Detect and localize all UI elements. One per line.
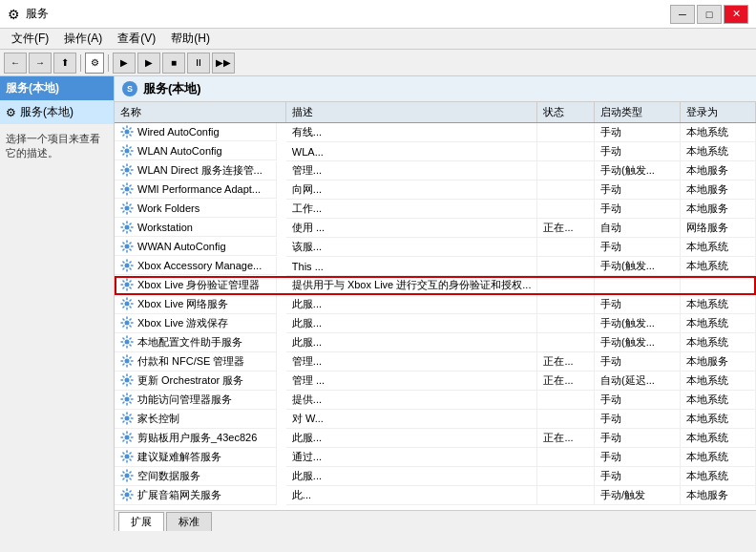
service-startup-cell: 手动	[595, 200, 680, 219]
svg-point-14	[125, 397, 130, 402]
minimize-button[interactable]: ─	[670, 5, 695, 24]
table-row[interactable]: 付款和 NFC/SE 管理器管理...正在...手动本地服务	[115, 352, 756, 372]
service-name-cell: 家长控制	[115, 410, 277, 429]
table-row[interactable]: 更新 Orchestrator 服务管理 ...正在...自动(延迟...本地系…	[115, 372, 756, 391]
service-name-cell: 空间数据服务	[115, 467, 277, 486]
service-status-cell	[537, 276, 595, 295]
menu-help[interactable]: 帮助(H)	[163, 29, 218, 49]
service-desc-cell: 此服...	[286, 467, 537, 486]
tab-extended[interactable]: 扩展	[118, 512, 164, 531]
title-bar-text: 服务	[26, 6, 49, 22]
table-row[interactable]: Xbox Live 网络服务此服...手动本地系统	[115, 295, 756, 314]
service-name-text: 更新 Orchestrator 服务	[137, 373, 243, 388]
table-row[interactable]: Wired AutoConfig有线...手动本地系统	[115, 123, 756, 142]
svg-point-0	[125, 130, 130, 135]
col-logon[interactable]: 登录为	[680, 102, 755, 123]
menu-bar: 文件(F) 操作(A) 查看(V) 帮助(H)	[0, 29, 756, 50]
table-row[interactable]: Xbox Accessory Manage...This ...手动(触发...…	[115, 257, 756, 276]
service-name-cell: Xbox Live 网络服务	[115, 295, 277, 314]
toolbar-up[interactable]: ⬆	[53, 53, 76, 74]
svg-point-18	[125, 474, 130, 478]
table-row[interactable]: WWAN AutoConfig该服...手动本地系统	[115, 238, 756, 257]
menu-file[interactable]: 文件(F)	[4, 29, 56, 49]
table-row[interactable]: 建议疑难解答服务通过...手动本地系统	[115, 448, 756, 467]
svg-point-12	[125, 359, 130, 364]
col-desc[interactable]: 描述	[286, 102, 537, 123]
table-row[interactable]: Xbox Live 游戏保存此服...手动(触发...本地系统	[115, 314, 756, 333]
toolbar-back[interactable]: ←	[4, 53, 27, 74]
toolbar-forward[interactable]: →	[29, 53, 52, 74]
service-status-cell	[537, 448, 595, 467]
service-name-text: 剪贴板用户服务_43ec826	[137, 431, 257, 445]
table-row[interactable]: 功能访问管理器服务提供...手动本地系统	[115, 391, 756, 410]
svg-point-7	[125, 263, 130, 267]
service-icon	[120, 144, 134, 158]
service-desc-cell: 此服...	[286, 429, 537, 448]
table-row[interactable]: 空间数据服务此服...手动本地系统	[115, 467, 756, 486]
col-status[interactable]: 状态	[537, 102, 595, 123]
service-name-text: 建议疑难解答服务	[137, 450, 221, 464]
table-row[interactable]: 扩展音箱网关服务此...手动/触发本地服务	[115, 486, 756, 505]
toolbar-stop[interactable]: ■	[162, 53, 185, 74]
svg-point-19	[125, 493, 130, 498]
service-desc-cell: 此服...	[286, 295, 537, 314]
service-name-text: Workstation	[137, 222, 193, 233]
service-name-text: Work Folders	[137, 202, 200, 214]
toolbar-restart[interactable]: ▶▶	[212, 53, 235, 74]
service-name-cell: WLAN Direct 服务连接管...	[115, 161, 277, 180]
services-table-container[interactable]: 名称 描述 状态 启动类型 登录为 Wired AutoConfig有线...手…	[115, 102, 756, 510]
service-desc-cell: 此服...	[286, 333, 537, 352]
service-logon-cell: 本地系统	[680, 295, 755, 314]
service-desc-cell: 工作...	[286, 200, 537, 219]
service-icon	[120, 125, 134, 138]
service-logon-cell	[680, 276, 755, 295]
svg-point-3	[125, 186, 130, 191]
service-desc-cell: 提供...	[286, 391, 537, 410]
service-desc-cell: 此...	[286, 486, 537, 505]
menu-action[interactable]: 操作(A)	[56, 29, 110, 49]
title-bar-controls: ─ □ ✕	[670, 5, 748, 24]
table-row[interactable]: Work Folders工作...手动本地服务	[115, 200, 756, 219]
svg-point-16	[125, 435, 130, 440]
service-status-cell	[537, 391, 595, 410]
service-name-cell: WMI Performance Adapt...	[115, 180, 277, 199]
maximize-button[interactable]: □	[697, 5, 722, 24]
left-panel-item-label: 服务(本地)	[20, 104, 74, 120]
table-row[interactable]: WLAN AutoConfigWLA...手动本地系统	[115, 142, 756, 161]
toolbar-play[interactable]: ▶	[113, 53, 136, 74]
table-row[interactable]: 本地配置文件助手服务此服...手动(触发...本地系统	[115, 333, 756, 352]
service-desc-cell: WLA...	[286, 142, 537, 161]
toolbar-play2[interactable]: ▶	[137, 53, 160, 74]
service-logon-cell: 本地系统	[680, 391, 755, 410]
table-row[interactable]: WLAN Direct 服务连接管...管理...手动(触发...本地服务	[115, 161, 756, 180]
service-startup-cell: 手动	[595, 142, 680, 161]
toolbar-btn-action1[interactable]: ⚙	[85, 53, 104, 74]
service-name-text: Xbox Live 网络服务	[137, 297, 228, 311]
service-name-text: WLAN AutoConfig	[137, 145, 222, 157]
menu-view[interactable]: 查看(V)	[110, 29, 163, 49]
service-logon-cell: 本地系统	[680, 333, 755, 352]
left-panel-header: 服务(本地)	[0, 76, 114, 100]
close-button[interactable]: ✕	[724, 5, 748, 24]
toolbar-pause[interactable]: ⏸	[187, 53, 210, 74]
col-name[interactable]: 名称	[115, 102, 286, 123]
service-startup-cell: 手动(触发...	[595, 161, 680, 180]
service-startup-cell: 手动(触发...	[595, 257, 680, 276]
table-row[interactable]: WMI Performance Adapt...向网...手动本地服务	[115, 180, 756, 200]
service-name-text: WLAN Direct 服务连接管...	[137, 163, 262, 178]
service-name-text: 功能访问管理器服务	[137, 393, 232, 407]
table-row[interactable]: 家长控制对 W...手动本地系统	[115, 410, 756, 429]
services-header-title: 服务(本地)	[143, 80, 201, 97]
table-row[interactable]: Workstation使用 ...正在...自动网络服务	[115, 219, 756, 238]
service-name-cell: 剪贴板用户服务_43ec826	[115, 429, 277, 448]
svg-point-11	[125, 340, 130, 345]
left-panel-item-local[interactable]: ⚙ 服务(本地)	[0, 100, 114, 124]
service-startup-cell: 手动/触发	[595, 486, 680, 505]
services-icon: ⚙	[6, 106, 16, 119]
table-row[interactable]: Xbox Live 身份验证管理器提供用于与 Xbox Live 进行交互的身份…	[115, 276, 756, 295]
tab-standard[interactable]: 标准	[166, 512, 212, 531]
left-panel-desc: 选择一个项目来查看它的描述。	[0, 124, 114, 168]
table-row[interactable]: 剪贴板用户服务_43ec826此服...正在...手动本地系统	[115, 429, 756, 448]
col-startup[interactable]: 启动类型	[595, 102, 680, 123]
service-name-cell: Work Folders	[115, 200, 277, 218]
